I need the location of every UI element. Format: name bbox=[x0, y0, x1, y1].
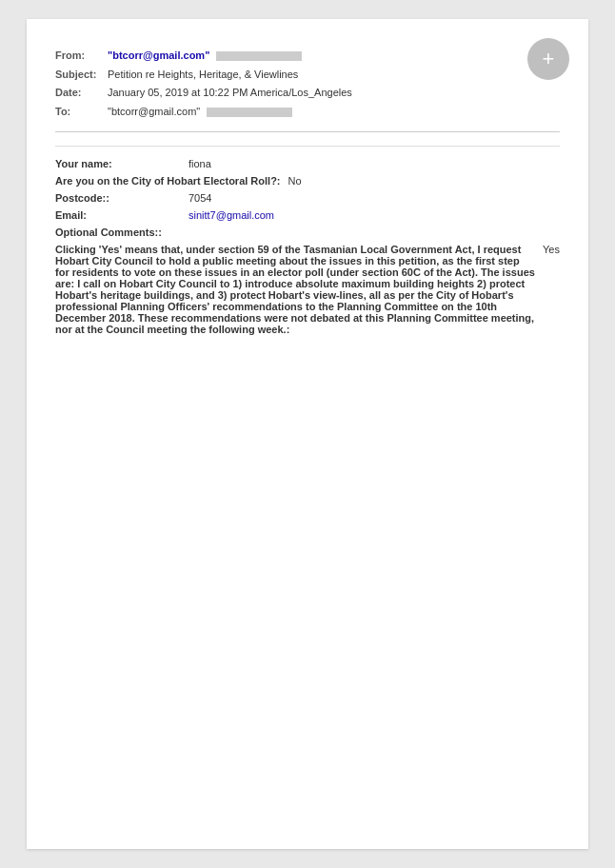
optional-comments-row: Optional Comments:: bbox=[55, 227, 560, 238]
avatar: + bbox=[527, 38, 569, 80]
date-label: Date: bbox=[55, 85, 108, 101]
email-header: From: "btcorr@gmail.com" Subject: Petiti… bbox=[55, 48, 560, 132]
clicking-yes-label: Clicking 'Yes' means that, under section… bbox=[55, 244, 543, 335]
email-row: Email: sinitt7@gmail.com bbox=[55, 209, 560, 221]
your-name-value: fiona bbox=[188, 158, 211, 169]
date-value: January 05, 2019 at 10:22 PM America/Los… bbox=[108, 85, 352, 101]
from-email-text: "btcorr@gmail.com" bbox=[108, 49, 209, 61]
email-value: sinitt7@gmail.com bbox=[188, 209, 274, 221]
email-label: Email: bbox=[55, 209, 188, 221]
redacted-bar bbox=[216, 51, 302, 61]
postcode-value: 7054 bbox=[188, 192, 211, 204]
from-row: From: "btcorr@gmail.com" bbox=[55, 48, 560, 64]
electoral-roll-row: Are you on the City of Hobart Electoral … bbox=[55, 175, 560, 187]
subject-label: Subject: bbox=[55, 67, 108, 83]
to-redacted-bar bbox=[207, 108, 292, 117]
avatar-plus-icon: + bbox=[543, 49, 555, 69]
to-row: To: "btcorr@gmail.com" bbox=[55, 104, 560, 120]
to-label: To: bbox=[55, 104, 108, 120]
optional-comments-label: Optional Comments:: bbox=[55, 227, 188, 238]
to-email-text: "btcorr@gmail.com" bbox=[108, 106, 200, 117]
header-divider bbox=[55, 146, 560, 147]
your-name-label: Your name: bbox=[55, 158, 188, 169]
to-value: "btcorr@gmail.com" bbox=[108, 104, 292, 120]
from-label: From: bbox=[55, 48, 108, 64]
form-content: Your name: fiona Are you on the City of … bbox=[55, 158, 560, 335]
your-name-row: Your name: fiona bbox=[55, 158, 560, 169]
date-row: Date: January 05, 2019 at 10:22 PM Ameri… bbox=[55, 85, 560, 101]
clicking-yes-value: Yes bbox=[543, 244, 560, 255]
clicking-yes-row: Clicking 'Yes' means that, under section… bbox=[55, 244, 560, 335]
electoral-roll-label: Are you on the City of Hobart Electoral … bbox=[55, 175, 288, 187]
postcode-label: Postcode:: bbox=[55, 192, 188, 204]
subject-row: Subject: Petition re Heights, Heritage, … bbox=[55, 67, 560, 83]
email-page: + From: "btcorr@gmail.com" Subject: Peti… bbox=[27, 19, 588, 849]
electoral-roll-value: No bbox=[288, 175, 302, 187]
subject-value: Petition re Heights, Heritage, & Viewlin… bbox=[108, 67, 298, 83]
from-value: "btcorr@gmail.com" bbox=[108, 48, 302, 64]
postcode-row: Postcode:: 7054 bbox=[55, 192, 560, 204]
